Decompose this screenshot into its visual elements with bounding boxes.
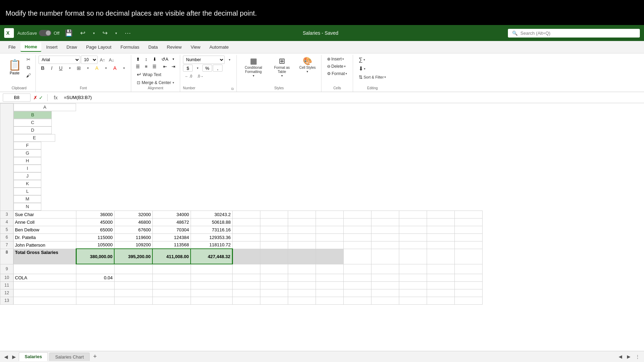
cell-b9[interactable] (76, 264, 114, 274)
cell-c13[interactable] (114, 297, 152, 304)
row-num-6[interactable]: 6 (0, 233, 14, 241)
cell-j9[interactable] (343, 264, 371, 274)
cell-a11[interactable] (14, 281, 76, 289)
cell-n5[interactable] (454, 226, 482, 233)
col-header-g[interactable]: G (14, 149, 41, 157)
cell-c9[interactable] (114, 264, 152, 274)
cell-c6[interactable]: 119600 (114, 233, 152, 241)
cell-m7[interactable] (427, 241, 454, 249)
cell-b3[interactable]: 36000 (76, 211, 114, 218)
underline-dropdown[interactable]: ▾ (66, 64, 74, 72)
cell-i9[interactable] (316, 264, 343, 274)
cell-f11[interactable] (232, 281, 260, 289)
cell-f13[interactable] (232, 297, 260, 304)
col-header-c[interactable]: C (14, 119, 52, 126)
cell-j5[interactable] (343, 226, 371, 233)
cell-n11[interactable] (454, 281, 482, 289)
sheet-nav-next-button[interactable]: ▶ (11, 353, 17, 360)
cell-k7[interactable] (371, 241, 399, 249)
row-num-9[interactable]: 9 (0, 264, 14, 274)
col-header-l[interactable]: L (14, 188, 41, 195)
cell-e3[interactable]: 30243.2 (191, 211, 232, 218)
cell-g7[interactable] (260, 241, 288, 249)
cell-c11[interactable] (114, 281, 152, 289)
menu-review[interactable]: Review (163, 43, 186, 51)
cell-d3[interactable]: 34000 (152, 211, 191, 218)
grid-container[interactable]: A B C D E F G H I J K L M N (0, 103, 644, 351)
col-header-b[interactable]: B (14, 111, 52, 119)
cell-h7[interactable] (288, 241, 316, 249)
search-box[interactable]: 🔍 (508, 29, 640, 38)
align-bottom-button[interactable]: ⬇ (151, 56, 158, 63)
cell-b8[interactable]: 380,000.00 (76, 249, 114, 264)
cell-i8[interactable] (316, 249, 343, 264)
col-header-e[interactable]: E (14, 134, 55, 142)
cell-l5[interactable] (399, 226, 427, 233)
cell-l11[interactable] (399, 281, 427, 289)
text-orient-button[interactable]: ↺A (161, 56, 169, 63)
cell-e6[interactable]: 129353.36 (191, 233, 232, 241)
cell-d6[interactable]: 124384 (152, 233, 191, 241)
cell-g12[interactable] (260, 289, 288, 297)
cell-c4[interactable]: 46800 (114, 218, 152, 226)
cell-e4[interactable]: 50618.88 (191, 218, 232, 226)
cell-e11[interactable] (191, 281, 232, 289)
cell-n7[interactable] (454, 241, 482, 249)
cell-h3[interactable] (288, 211, 316, 218)
cell-h12[interactable] (288, 289, 316, 297)
merge-center-button[interactable]: ⊡ Merge & Center ▾ (134, 79, 177, 86)
cell-j3[interactable] (343, 211, 371, 218)
cell-b10[interactable]: 0.04 (76, 274, 114, 281)
number-group-expand[interactable]: ⧉ (231, 87, 234, 91)
font-size-select[interactable]: 10 (81, 56, 98, 64)
cancel-formula-button[interactable]: ✗ (33, 95, 37, 100)
cell-k4[interactable] (371, 218, 399, 226)
col-header-h[interactable]: H (14, 157, 41, 165)
cell-k3[interactable] (371, 211, 399, 218)
bold-button[interactable]: B (39, 64, 47, 72)
cell-d11[interactable] (152, 281, 191, 289)
cell-k5[interactable] (371, 226, 399, 233)
cell-l10[interactable] (399, 274, 427, 281)
cell-a8[interactable]: Total Gross Salaries (14, 249, 76, 264)
cell-m8[interactable] (427, 249, 454, 264)
cell-styles-button[interactable]: 🎨 Cell Styles ▾ (296, 56, 318, 74)
indent-more-button[interactable]: ⇥ (169, 63, 177, 70)
cell-f7[interactable] (232, 241, 260, 249)
text-orient-dropdown[interactable]: ▾ (169, 56, 177, 63)
save-button[interactable]: 💾 (63, 28, 75, 38)
menu-insert[interactable]: Insert (42, 43, 62, 51)
cell-d7[interactable]: 113568 (152, 241, 191, 249)
dollar-button[interactable]: $ (183, 65, 193, 72)
undo-button[interactable]: ↩ (78, 28, 87, 38)
cell-l3[interactable] (399, 211, 427, 218)
cell-reference-input[interactable]: B8 (3, 93, 31, 102)
cell-n4[interactable] (454, 218, 482, 226)
decrease-decimal-button[interactable]: .0→ (195, 72, 206, 80)
col-header-k[interactable]: K (14, 180, 41, 188)
cell-j12[interactable] (343, 289, 371, 297)
cell-n6[interactable] (454, 233, 482, 241)
cell-a13[interactable] (14, 297, 76, 304)
cell-g5[interactable] (260, 226, 288, 233)
cell-d5[interactable]: 70304 (152, 226, 191, 233)
menu-draw[interactable]: Draw (62, 43, 81, 51)
cell-d8[interactable]: 411,008.00 (152, 249, 191, 264)
cell-g6[interactable] (260, 233, 288, 241)
cell-f5[interactable] (232, 226, 260, 233)
cell-d9[interactable] (152, 264, 191, 274)
cell-h6[interactable] (288, 233, 316, 241)
menu-page-layout[interactable]: Page Layout (82, 43, 116, 51)
cell-k13[interactable] (371, 297, 399, 304)
col-header-i[interactable]: I (14, 165, 41, 172)
cell-h11[interactable] (288, 281, 316, 289)
formula-input[interactable]: =SUM(B3:B7) (62, 94, 641, 101)
borders-dropdown[interactable]: ▾ (84, 64, 92, 72)
format-painter-button[interactable]: 🖌 (24, 72, 33, 79)
cell-e9[interactable] (191, 264, 232, 274)
cell-a5[interactable]: Ben Delbow (14, 226, 76, 233)
cell-g11[interactable] (260, 281, 288, 289)
paste-button[interactable]: 📋 Paste (6, 56, 24, 78)
menu-view[interactable]: View (186, 43, 204, 51)
cell-n13[interactable] (454, 297, 482, 304)
